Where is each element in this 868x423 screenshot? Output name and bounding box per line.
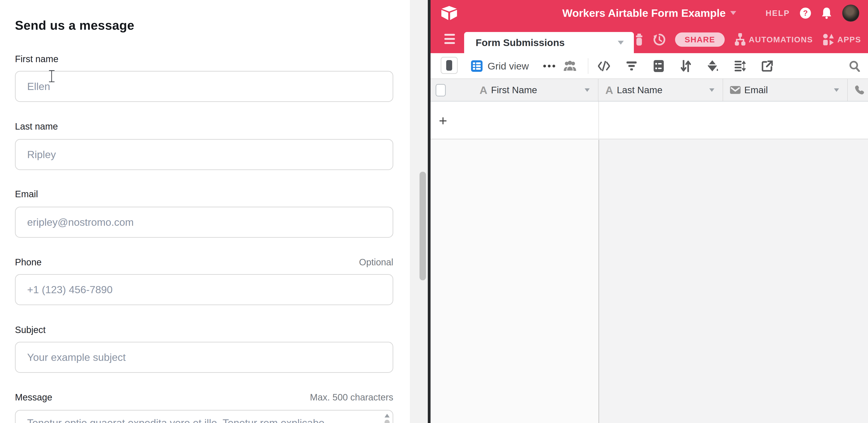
message-textarea[interactable]: Tenetur optio quaerat expedita vero et i… — [15, 410, 393, 423]
table-tab-label: Form Submissions — [476, 37, 618, 48]
menu-hamburger-icon[interactable] — [444, 34, 455, 46]
column-chevron-down-icon[interactable] — [709, 88, 714, 92]
help-question-icon[interactable]: ? — [800, 8, 811, 19]
search-icon[interactable] — [846, 53, 863, 79]
sort-icon[interactable] — [679, 53, 693, 79]
column-header-email[interactable]: Email — [723, 79, 848, 101]
airtable-pane: Workers Airtable Form Example HELP ? For… — [431, 0, 868, 423]
phone-label: Phone — [15, 257, 42, 267]
column-name: Email — [744, 85, 830, 95]
group-icon[interactable] — [652, 53, 665, 79]
hide-fields-icon[interactable] — [597, 53, 611, 79]
share-view-icon[interactable] — [761, 53, 774, 79]
share-button[interactable]: SHARE — [675, 32, 725, 47]
scroll-up-arrow-icon[interactable] — [384, 414, 390, 418]
table-tab-form-submissions[interactable]: Form Submissions — [464, 32, 634, 53]
message-scroll-thumb[interactable] — [384, 420, 390, 423]
grid-header-row: A First Name A Last Name Email — [431, 79, 868, 101]
text-field-icon: A — [479, 84, 487, 96]
page-scrollbar-track[interactable] — [410, 0, 428, 423]
column-header-first-name[interactable]: A First Name — [431, 79, 598, 101]
last-name-input[interactable] — [15, 139, 393, 170]
frozen-column-divider — [598, 101, 599, 139]
email-field-icon — [730, 86, 741, 94]
phone-optional-hint: Optional — [359, 257, 393, 267]
message-max-hint: Max. 500 characters — [310, 392, 393, 402]
first-name-label: First name — [15, 54, 58, 64]
frozen-column-divider — [598, 140, 599, 423]
text-field-icon: A — [606, 84, 613, 96]
email-label: Email — [15, 189, 38, 199]
collaborators-icon[interactable] — [563, 53, 577, 79]
add-record-row[interactable]: + — [431, 101, 868, 139]
window-divider[interactable] — [428, 0, 431, 423]
apps-label: APPS — [837, 35, 861, 44]
phone-input[interactable] — [15, 274, 393, 305]
notifications-bell-icon[interactable] — [821, 7, 832, 19]
table-tab-chevron-down-icon[interactable] — [618, 41, 624, 44]
column-header-phone[interactable]: Phone — [848, 79, 868, 101]
column-name: First Name — [491, 85, 581, 95]
automations-label: AUTOMATIONS — [749, 35, 813, 44]
history-icon[interactable] — [653, 34, 665, 46]
page-scrollbar-thumb[interactable] — [420, 172, 426, 280]
automations-button[interactable]: AUTOMATIONS — [734, 33, 813, 46]
toolbar-divider — [588, 58, 588, 74]
view-options-ellipsis-icon[interactable] — [542, 53, 556, 79]
first-name-input[interactable] — [15, 71, 393, 102]
text-cursor-icon — [48, 70, 55, 83]
add-record-plus-icon[interactable]: + — [439, 101, 447, 139]
column-name: Last Name — [617, 85, 706, 95]
filter-icon[interactable] — [625, 53, 639, 79]
view-name[interactable]: Grid view — [488, 53, 529, 79]
airtable-topbar: Workers Airtable Form Example HELP ? — [431, 0, 868, 26]
view-toolbar: Grid view — [431, 53, 868, 79]
last-name-label: Last name — [15, 121, 58, 132]
message-text: Tenetur optio quaerat expedita vero et i… — [27, 417, 374, 423]
column-chevron-down-icon[interactable] — [834, 88, 839, 92]
grid-body-scroll-area — [598, 140, 868, 423]
subject-input[interactable] — [15, 342, 393, 373]
subject-label: Subject — [15, 325, 45, 335]
phone-field-icon — [855, 85, 864, 95]
base-title-chevron-down-icon[interactable] — [730, 11, 736, 15]
grid-body — [431, 140, 868, 423]
form-title: Send us a message — [15, 18, 134, 33]
contact-form-pane: Send us a message First name Last name E… — [0, 0, 410, 423]
grid-view-icon — [471, 60, 483, 72]
column-header-last-name[interactable]: A Last Name — [598, 79, 723, 101]
row-height-icon[interactable] — [733, 53, 747, 79]
sidebar-pill-icon — [446, 60, 452, 71]
airtable-tabbar: Form Submissions SHARE — [431, 26, 868, 53]
message-scrollbar[interactable] — [384, 413, 390, 423]
column-chevron-down-icon[interactable] — [585, 88, 590, 92]
message-label: Message — [15, 392, 52, 402]
trash-icon[interactable] — [634, 34, 644, 46]
toggle-sidebar-button[interactable] — [441, 57, 458, 74]
base-title[interactable]: Workers Airtable Form Example — [562, 7, 725, 19]
user-avatar[interactable] — [842, 5, 859, 22]
email-input[interactable] — [15, 207, 393, 238]
color-icon[interactable] — [706, 53, 720, 79]
grid-body-frozen-area — [431, 140, 598, 423]
apps-button[interactable]: APPS — [823, 33, 861, 46]
help-button[interactable]: HELP — [766, 8, 790, 18]
